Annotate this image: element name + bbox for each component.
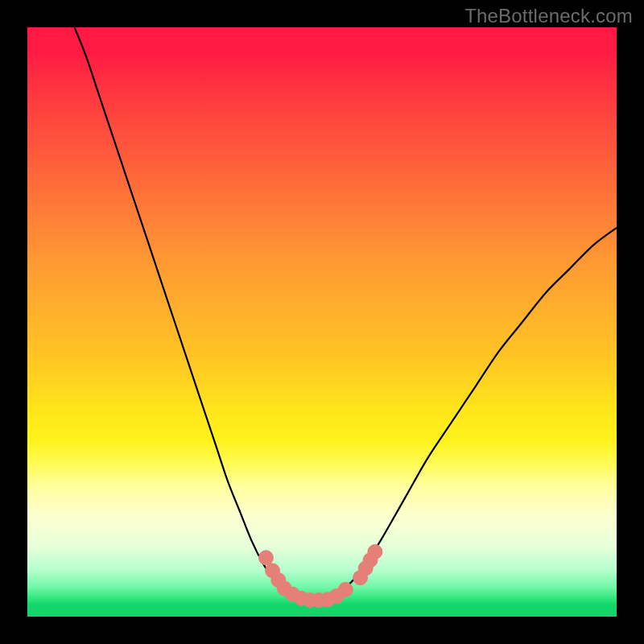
curve-marker [258, 551, 273, 565]
chart-frame: TheBottleneck.com [0, 0, 644, 644]
curve-marker [368, 544, 382, 559]
plot-area [27, 27, 617, 617]
bottleneck-curve [75, 27, 617, 600]
curve-markers [258, 544, 382, 607]
watermark-text: TheBottleneck.com [464, 5, 633, 27]
curve-svg [27, 27, 617, 617]
curve-marker [338, 582, 353, 597]
